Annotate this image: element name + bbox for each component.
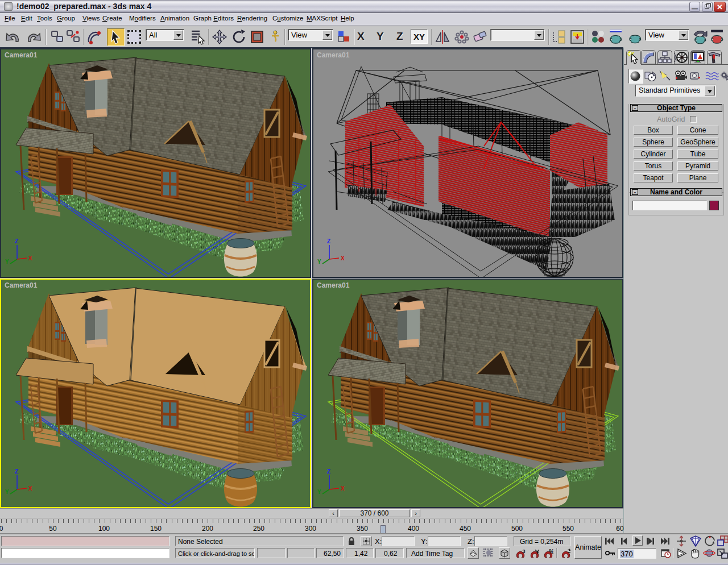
svg-text:X: X <box>341 255 345 261</box>
svg-text:Z: Z <box>327 468 330 475</box>
svg-text:X: X <box>28 255 32 261</box>
svg-text:Y: Y <box>5 489 9 495</box>
svg-text:Z: Z <box>15 468 18 475</box>
svg-text:3: 3 <box>522 549 525 554</box>
svg-text:Z: Z <box>327 238 330 244</box>
svg-text:Y: Y <box>317 259 321 265</box>
svg-text:Camera01: Camera01 <box>317 51 350 59</box>
svg-text:Y: Y <box>5 259 9 265</box>
svg-text:Z: Z <box>15 238 18 244</box>
svg-text:%: % <box>549 549 553 555</box>
svg-text:X: X <box>341 485 345 492</box>
svg-text:Camera01: Camera01 <box>317 281 350 289</box>
svg-text:X: X <box>28 485 32 492</box>
svg-text:Camera01: Camera01 <box>5 51 38 59</box>
svg-text:Y: Y <box>317 489 321 495</box>
svg-text:Camera01: Camera01 <box>5 281 38 289</box>
